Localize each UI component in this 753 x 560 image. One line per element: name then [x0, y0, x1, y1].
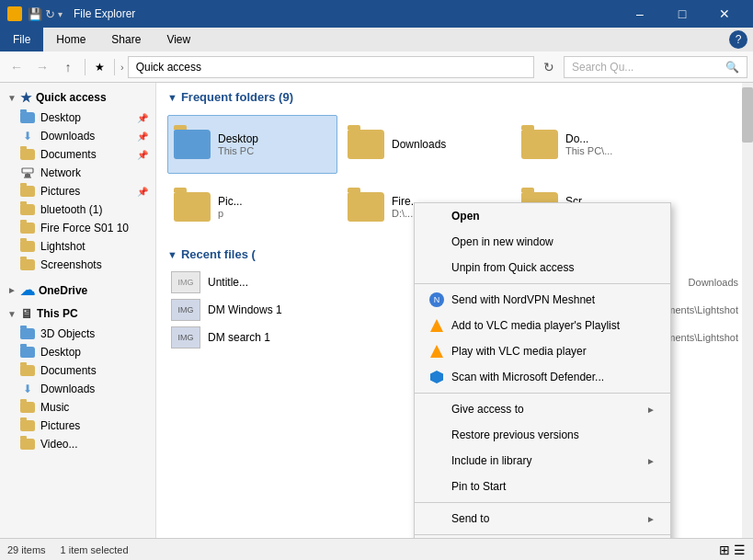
sidebar-item-label: Pictures	[40, 185, 80, 198]
ctx-nordvpn[interactable]: N Send with NordVPN Meshnet	[415, 287, 670, 313]
ctx-label: Send with NordVPN Meshnet	[451, 293, 595, 306]
save-icon[interactable]: 💾	[28, 7, 42, 21]
selection-status: 1 item selected	[61, 544, 129, 555]
ctx-include-library[interactable]: Include in library ►	[415, 448, 670, 474]
undo-icon[interactable]: ↺	[45, 7, 55, 21]
ctx-label: Open	[451, 210, 480, 223]
ctx-open-new-window[interactable]: Open in new window	[415, 229, 670, 255]
collapse-icon[interactable]: ▼	[167, 249, 177, 260]
ctx-vlc-play[interactable]: Play with VLC media player	[415, 338, 670, 364]
sidebar-item-desktop[interactable]: Desktop 📌	[0, 109, 155, 127]
up-button[interactable]: ↑	[57, 56, 79, 78]
back-button[interactable]: ←	[6, 56, 28, 78]
pin-icon: 📌	[137, 187, 148, 197]
ctx-separator	[415, 502, 670, 503]
ctx-separator	[415, 534, 670, 535]
scrollbar-thumb[interactable]	[742, 87, 753, 143]
sidebar-group-onedrive[interactable]: ► ☁ OneDrive	[0, 278, 155, 303]
address-path-input[interactable]: Quick access	[128, 56, 534, 78]
ctx-label: Play with VLC media player	[451, 345, 587, 358]
ctx-vlc-add[interactable]: Add to VLC media player's Playlist	[415, 313, 670, 338]
folder-tile-downloads[interactable]: Downloads	[341, 115, 511, 174]
main-layout: ▼ ★ Quick access Desktop 📌 ⬇ Downloads 📌…	[0, 83, 753, 538]
arrow-icon: ►	[646, 514, 656, 524]
folder-tile-desktop[interactable]: Desktop This PC	[167, 115, 337, 174]
sidebar-item-fireforce[interactable]: Fire Force S01 10	[0, 219, 155, 237]
help-icon[interactable]: ?	[729, 30, 747, 49]
frequent-folders-header: ▼ Frequent folders (9)	[156, 83, 753, 111]
sidebar-item-label: Fire Force S01 10	[40, 222, 129, 234]
ctx-label: Include in library	[451, 454, 531, 467]
ctx-defender[interactable]: Scan with Microsoft Defender...	[415, 364, 670, 390]
sidebar-item-documents[interactable]: Documents 📌	[0, 145, 155, 164]
minimize-button[interactable]: –	[619, 0, 661, 28]
sidebar-item-lightshot[interactable]: Lightshot	[0, 237, 155, 256]
star-icon[interactable]: ★	[91, 61, 108, 74]
refresh-button[interactable]: ↻	[538, 56, 560, 78]
file-thumbnail: IMG	[171, 326, 200, 349]
sidebar-item-bluetooth[interactable]: bluetooth (1)	[0, 200, 155, 219]
folder-icon	[20, 347, 35, 358]
ctx-unpin[interactable]: Unpin from Quick access	[415, 255, 670, 280]
folder-icon	[20, 186, 35, 197]
sidebar-item-label: Desktop	[40, 346, 81, 359]
download-icon: ⬇	[20, 383, 35, 395]
ctx-open[interactable]: Open	[415, 203, 670, 229]
sidebar-item-music[interactable]: Music	[0, 398, 155, 417]
collapse-icon[interactable]: ▼	[167, 92, 177, 103]
chevron-icon: ►	[7, 285, 17, 295]
folder-tile-pictures[interactable]: Pic... p	[167, 177, 337, 236]
context-menu: Open Open in new window Unpin from Quick…	[414, 202, 671, 538]
quick-access-label: Quick access	[36, 91, 107, 104]
view-toggle: ⊞ ☰	[719, 543, 746, 557]
restore-icon	[429, 428, 444, 442]
grid-view-button[interactable]: ⊞	[719, 543, 730, 557]
sidebar-item-videos[interactable]: Video...	[0, 435, 155, 453]
sidebar-item-pictures-pc[interactable]: Pictures	[0, 417, 155, 435]
ctx-pin-start[interactable]: Pin to Start	[415, 474, 670, 499]
tab-file[interactable]: File	[0, 28, 43, 51]
sidebar-item-downloads-pc[interactable]: ⬇ Downloads	[0, 380, 155, 398]
close-button[interactable]: ✕	[703, 0, 746, 28]
path-text: Quick access	[136, 61, 201, 74]
path-separator: ›	[120, 62, 124, 73]
folder-tile-desc: This PC\...	[565, 145, 679, 156]
search-box[interactable]: Search Qu... 🔍	[564, 56, 747, 78]
sidebar-item-network[interactable]: Network	[0, 164, 155, 182]
folder-tile-desc: p	[218, 208, 331, 219]
ctx-give-access[interactable]: Give access to ►	[415, 396, 670, 422]
app-icon	[7, 6, 22, 21]
forward-button[interactable]: →	[31, 56, 53, 78]
sidebar-item-downloads[interactable]: ⬇ Downloads 📌	[0, 127, 155, 145]
ctx-send-to[interactable]: Send to ►	[415, 506, 670, 531]
folder-icon	[20, 259, 35, 270]
folder-icon	[20, 204, 35, 215]
list-view-button[interactable]: ☰	[734, 543, 746, 557]
vpn-icon: N	[429, 292, 444, 307]
sidebar-item-documents-pc[interactable]: Documents	[0, 361, 155, 380]
folder-tile-documents[interactable]: Do... This PC\...	[515, 115, 685, 174]
maximize-button[interactable]: □	[661, 0, 703, 28]
ctx-label: Send to	[451, 512, 489, 525]
sidebar-item-label: 3D Objects	[40, 327, 95, 340]
download-icon: ⬇	[20, 130, 35, 143]
sidebar-item-screenshots[interactable]: Screenshots	[0, 256, 155, 274]
ctx-label: Restore previous versions	[451, 429, 579, 441]
status-bar: 29 items 1 item selected ⊞ ☰	[0, 538, 753, 560]
tab-view[interactable]: View	[154, 28, 203, 51]
thispc-label: This PC	[37, 307, 78, 320]
sidebar-item-desktop-pc[interactable]: Desktop	[0, 343, 155, 361]
ctx-label: Scan with Microsoft Defender...	[451, 371, 604, 383]
sidebar-group-thispc[interactable]: ▼ 🖥 This PC	[0, 303, 155, 325]
sidebar-group-quick-access[interactable]: ▼ ★ Quick access	[0, 86, 155, 109]
ctx-restore[interactable]: Restore previous versions	[415, 422, 670, 448]
scrollbar-track	[742, 83, 753, 538]
tab-share[interactable]: Share	[98, 28, 154, 51]
sidebar-item-pictures[interactable]: Pictures 📌	[0, 182, 155, 200]
dropdown-icon[interactable]: ▾	[58, 9, 63, 19]
tab-home[interactable]: Home	[43, 28, 98, 51]
recent-files-label: Recent files (	[181, 247, 256, 261]
sidebar-item-3dobjects[interactable]: 3D Objects	[0, 325, 155, 343]
library-icon	[429, 453, 444, 468]
file-thumbnail: IMG	[171, 299, 200, 321]
